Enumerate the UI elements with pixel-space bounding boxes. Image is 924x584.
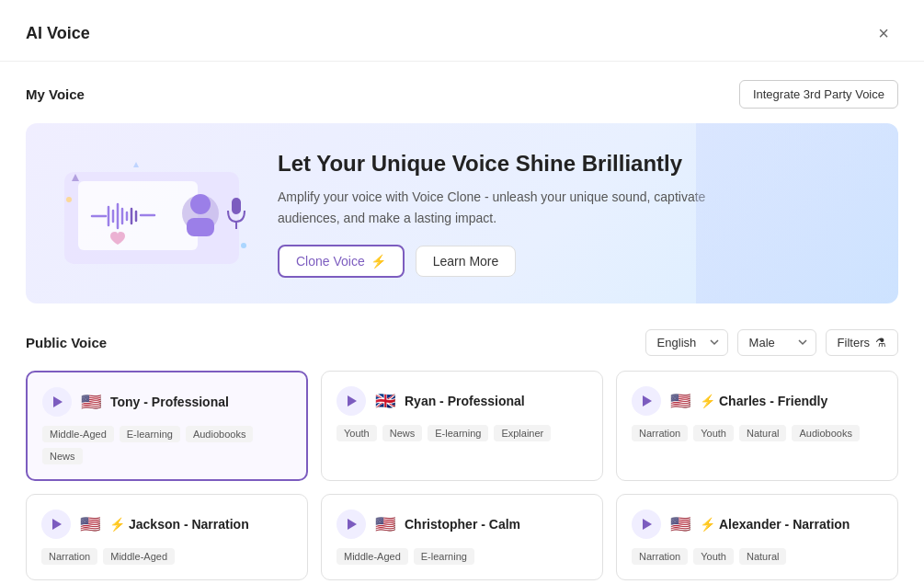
voice-name-ryan: Ryan - Professional xyxy=(405,394,525,408)
integrate-3rd-party-button[interactable]: Integrate 3rd Party Voice xyxy=(739,80,898,109)
voice-name-christopher: Christopher - Calm xyxy=(405,517,520,532)
voice-card-jackson[interactable]: 🇺🇸⚡Jackson - NarrationNarrationMiddle-Ag… xyxy=(26,494,308,580)
tag-audiobooks: Audiobooks xyxy=(792,425,860,441)
voice-grid: 🇺🇸Tony - ProfessionalMiddle-AgedE-learni… xyxy=(26,371,898,580)
voice-crown-charles: ⚡ xyxy=(700,394,715,408)
voice-tags-tony: Middle-AgedE-learningAudiobooksNews xyxy=(42,426,291,464)
voice-tags-christopher: Middle-AgedE-learning xyxy=(337,548,587,565)
voice-name-container-jackson: ⚡Jackson - Narration xyxy=(109,517,249,532)
voice-card-header-tony: 🇺🇸Tony - Professional xyxy=(42,387,291,417)
ai-voice-dialog: AI Voice × My Voice Integrate 3rd Party … xyxy=(0,0,924,584)
voice-tags-jackson: NarrationMiddle-Aged xyxy=(41,548,292,565)
tag-youth: Youth xyxy=(693,548,734,565)
dialog-title: AI Voice xyxy=(26,24,90,43)
filters-button[interactable]: Filters ⚗ xyxy=(826,329,898,356)
tag-explainer: Explainer xyxy=(494,425,551,441)
filter-group: English Spanish French German Chinese Ma… xyxy=(645,329,898,356)
tag-news: News xyxy=(42,448,83,464)
tag-natural: Natural xyxy=(739,548,786,565)
voice-name-alexander: Alexander - Narration xyxy=(719,517,850,532)
voice-flag-ryan: 🇬🇧 xyxy=(375,391,395,411)
dialog-header: AI Voice × xyxy=(0,0,924,62)
voice-card-header-christopher: 🇺🇸Christopher - Calm xyxy=(337,510,587,539)
play-button-ryan[interactable] xyxy=(337,386,366,416)
play-icon-alexander xyxy=(643,519,652,530)
voice-clone-banner: Let Your Unique Voice Shine Brilliantly … xyxy=(26,123,898,303)
voice-flag-christopher: 🇺🇸 xyxy=(375,514,395,534)
voice-card-charles[interactable]: 🇺🇸⚡Charles - FriendlyNarrationYouthNatur… xyxy=(616,371,898,481)
play-button-charles[interactable] xyxy=(632,386,661,416)
voice-card-header-charles: 🇺🇸⚡Charles - Friendly xyxy=(632,386,883,416)
voice-name-container-ryan: Ryan - Professional xyxy=(405,394,525,408)
tag-middle-aged: Middle-Aged xyxy=(337,548,408,565)
play-button-jackson[interactable] xyxy=(41,510,71,539)
tag-youth: Youth xyxy=(693,425,734,441)
public-voice-section-header: Public Voice English Spanish French Germ… xyxy=(26,329,898,356)
tag-audiobooks: Audiobooks xyxy=(186,426,254,442)
voice-name-container-charles: ⚡Charles - Friendly xyxy=(700,394,827,408)
voice-tags-alexander: NarrationYouthNatural xyxy=(632,548,883,565)
play-icon-tony xyxy=(53,396,63,407)
svg-marker-17 xyxy=(133,162,139,167)
play-button-alexander[interactable] xyxy=(632,510,661,539)
close-button[interactable]: × xyxy=(869,18,898,48)
tag-youth: Youth xyxy=(337,425,377,441)
voice-tags-charles: NarrationYouthNaturalAudiobooks xyxy=(632,425,883,441)
voice-card-christopher[interactable]: 🇺🇸Christopher - CalmMiddle-AgedE-learnin… xyxy=(321,494,603,580)
banner-illustration xyxy=(55,154,248,273)
filters-label: Filters xyxy=(838,336,870,349)
public-voice-title: Public Voice xyxy=(26,335,107,350)
svg-point-18 xyxy=(66,197,72,202)
play-button-tony[interactable] xyxy=(42,387,72,417)
tag-middle-aged: Middle-Aged xyxy=(103,548,175,565)
play-icon-charles xyxy=(643,395,652,407)
voice-flag-tony: 🇺🇸 xyxy=(81,392,101,412)
tag-narration: Narration xyxy=(632,548,688,565)
voice-name-tony: Tony - Professional xyxy=(110,395,229,409)
play-icon-ryan xyxy=(348,395,357,407)
svg-point-19 xyxy=(241,243,246,248)
voice-name-charles: Charles - Friendly xyxy=(719,394,827,408)
voice-card-header-alexander: 🇺🇸⚡Alexander - Narration xyxy=(632,510,883,539)
voice-name-container-christopher: Christopher - Calm xyxy=(405,517,520,532)
voice-crown-jackson: ⚡ xyxy=(109,517,125,532)
voice-tags-ryan: YouthNewsE-learningExplainer xyxy=(337,425,587,441)
banner-content: Let Your Unique Voice Shine Brilliantly … xyxy=(278,149,869,278)
clone-voice-button[interactable]: Clone Voice ⚡ xyxy=(278,245,405,278)
clone-voice-label: Clone Voice xyxy=(296,254,365,269)
voice-name-jackson: Jackson - Narration xyxy=(129,517,249,532)
voice-name-container-tony: Tony - Professional xyxy=(110,395,229,409)
banner-title: Let Your Unique Voice Shine Brilliantly xyxy=(278,149,869,177)
my-voice-title: My Voice xyxy=(26,86,85,102)
voice-card-tony[interactable]: 🇺🇸Tony - ProfessionalMiddle-AgedE-learni… xyxy=(26,371,308,481)
tag-natural: Natural xyxy=(739,425,786,441)
learn-more-button[interactable]: Learn More xyxy=(416,246,517,277)
voice-card-header-ryan: 🇬🇧Ryan - Professional xyxy=(337,386,587,416)
voice-name-container-alexander: ⚡Alexander - Narration xyxy=(700,517,850,532)
tag-middle-aged: Middle-Aged xyxy=(42,426,114,442)
voice-flag-jackson: 🇺🇸 xyxy=(80,514,100,534)
banner-description: Amplify your voice with Voice Clone - un… xyxy=(278,187,719,228)
tag-narration: Narration xyxy=(632,425,688,441)
gender-filter[interactable]: Male Female All xyxy=(737,329,816,356)
my-voice-section-header: My Voice Integrate 3rd Party Voice xyxy=(26,80,898,109)
tag-e-learning: E-learning xyxy=(120,426,180,442)
tag-e-learning: E-learning xyxy=(414,548,474,565)
play-button-christopher[interactable] xyxy=(337,510,366,539)
voice-card-alexander[interactable]: 🇺🇸⚡Alexander - NarrationNarrationYouthNa… xyxy=(616,494,898,580)
play-icon-christopher xyxy=(348,519,357,530)
voice-card-ryan[interactable]: 🇬🇧Ryan - ProfessionalYouthNewsE-learning… xyxy=(321,371,603,481)
filter-icon: ⚗ xyxy=(875,336,886,349)
voice-flag-charles: 🇺🇸 xyxy=(670,391,690,411)
svg-point-12 xyxy=(190,194,211,214)
tag-e-learning: E-learning xyxy=(428,425,488,441)
play-icon-jackson xyxy=(52,519,62,530)
banner-actions: Clone Voice ⚡ Learn More xyxy=(278,245,869,278)
clone-voice-icon: ⚡ xyxy=(371,254,386,269)
language-filter[interactable]: English Spanish French German Chinese xyxy=(645,329,728,356)
voice-flag-alexander: 🇺🇸 xyxy=(670,514,690,534)
voice-crown-alexander: ⚡ xyxy=(700,517,715,532)
tag-narration: Narration xyxy=(41,548,97,565)
voice-card-header-jackson: 🇺🇸⚡Jackson - Narration xyxy=(41,510,292,539)
tag-news: News xyxy=(382,425,423,441)
